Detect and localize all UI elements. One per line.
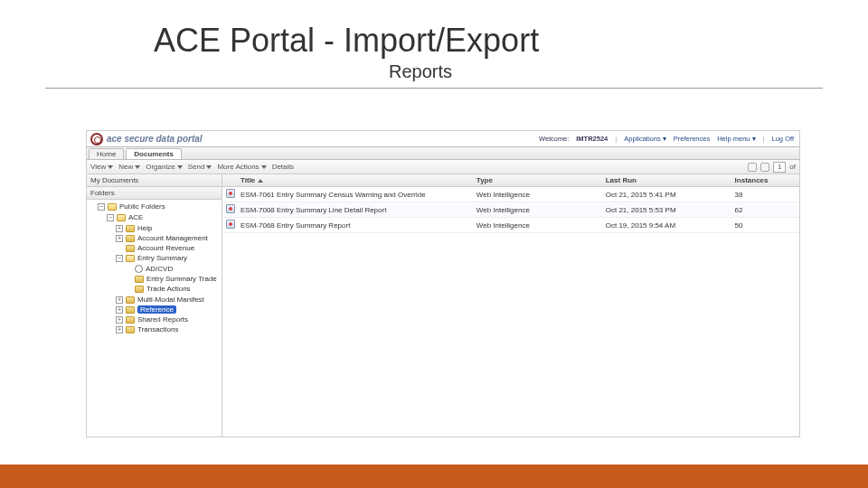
cell-last-run: Oct 19, 2015 9:54 AM [602,220,731,231]
tree-node-account-revenue[interactable]: Account Revenue [116,243,222,253]
cell-instances: 50 [731,220,799,231]
cell-instances: 38 [731,189,799,201]
list-row[interactable]: ESM-7068 Entry Summary Report Web Intell… [222,218,799,233]
tree-label: Public Folders [119,202,165,211]
webi-doc-icon [226,189,235,198]
details-button[interactable]: Details [272,163,294,171]
cell-title: ESM-7008 Entry Summary Line Detail Repor… [237,204,473,216]
collapse-icon[interactable]: − [107,214,114,221]
col-last-run[interactable]: Last Run [602,174,731,186]
folder-icon [135,276,144,283]
cell-type: Web Intelligence [473,189,602,201]
tree-node-public-folders[interactable]: −Public Folders [98,202,222,211]
toolbar: View New Organize Send More Actions Deta… [87,160,799,174]
tree-node-ace[interactable]: −ACE [107,212,222,222]
slide-subtitle: Reports [45,60,823,89]
tree-node-shared-reports[interactable]: +Shared Reports [116,314,222,324]
app-window: ace secure data portal Welcome: IMTR2524… [86,130,800,437]
content-pane: Title Type Last Run Instances ESM-7061 E… [222,174,799,436]
tab-documents[interactable]: Documents [126,148,182,159]
cell-title: ESM-7068 Entry Summary Report [237,220,473,231]
cell-title: ESM-7061 Entry Summary Census Warning an… [237,189,473,201]
expand-icon[interactable]: + [116,225,123,232]
col-instances[interactable]: Instances [731,174,799,186]
tree-label: Account Management [137,234,208,242]
view-menu[interactable]: View [90,163,113,171]
sidebar-section-my-documents[interactable]: My Documents [87,174,222,187]
separator: | [615,135,617,143]
cell-type: Web Intelligence [473,204,602,216]
tree-label: Account Revenue [137,244,194,252]
tree-node-es-trade[interactable]: Entry Summary Trade [125,274,222,284]
sort-asc-icon [258,179,263,183]
refresh-icon[interactable] [748,163,757,172]
tree-node-reference[interactable]: +Reference [116,305,222,314]
expand-icon[interactable]: + [116,316,123,324]
collapse-icon[interactable]: − [116,255,123,262]
tree-node-help[interactable]: +Help [116,223,222,233]
folder-icon [126,245,135,252]
tab-home[interactable]: Home [89,148,124,159]
cell-type: Web Intelligence [473,220,602,231]
folder-open-icon [117,214,126,221]
list-row[interactable]: ESM-7008 Entry Summary Line Detail Repor… [222,202,799,218]
column-headers: Title Type Last Run Instances [222,174,799,187]
tree-node-adcvd[interactable]: AD/CVD [125,264,222,274]
preferences-link[interactable]: Preferences [674,135,710,143]
cell-last-run: Oct 21, 2015 5:53 PM [602,204,731,216]
tree-label: Help [137,224,152,232]
col-title[interactable]: Title [237,174,473,186]
spacer [125,286,132,293]
caret-down-icon [261,165,267,169]
folder-icon [126,296,135,304]
caret-down-icon [177,165,183,169]
brand-logo-icon [90,133,103,145]
prev-page-icon[interactable] [760,163,769,172]
folder-icon [126,306,135,314]
spacer [125,266,132,273]
of-label: of [789,163,796,171]
tree-node-entry-summary[interactable]: −Entry Summary [116,253,222,263]
caret-down-icon [108,165,113,169]
sidebar-section-folders[interactable]: Folders [87,187,222,200]
brand-text: ace secure data portal [107,134,203,144]
slide-footer-bar [0,465,868,488]
tree-node-multi-modal[interactable]: +Multi-Modal Manifest [116,295,222,305]
tab-bar: Home Documents [87,147,799,160]
slide-title: ACE Portal - Import/Export [0,0,868,60]
applications-menu[interactable]: Applications ▾ [624,135,666,143]
col-type[interactable]: Type [473,174,602,186]
folder-open-icon [108,203,117,211]
tree-label-selected: Reference [137,305,176,314]
webi-doc-icon [226,204,235,213]
collapse-icon[interactable]: − [98,203,105,211]
page-number-input[interactable]: 1 [773,162,786,173]
welcome-user: IMTR2524 [576,135,608,143]
tree-label: Transactions [137,325,179,333]
new-menu[interactable]: New [118,163,140,171]
folder-icon [126,235,135,242]
tree-label: AD/CVD [146,265,173,273]
expand-icon[interactable]: + [116,296,123,304]
expand-icon[interactable]: + [116,326,123,333]
caret-down-icon [135,165,140,169]
cell-last-run: Oct 21, 2015 5:41 PM [602,189,731,201]
organize-menu[interactable]: Organize [146,163,182,171]
send-menu[interactable]: Send [188,163,212,171]
tree-node-account-management[interactable]: +Account Management [116,233,222,243]
spacer [125,276,132,283]
list-row[interactable]: ESM-7061 Entry Summary Census Warning an… [222,187,799,202]
folder-icon [126,225,135,232]
logoff-link[interactable]: Log Off [772,135,794,143]
expand-icon[interactable]: + [116,306,123,314]
tree-node-trade-actions[interactable]: Trade Actions [125,284,222,294]
webi-doc-icon [226,220,235,229]
expand-icon[interactable]: + [116,235,123,242]
sidebar: My Documents Folders −Public Folders −AC… [87,174,222,436]
help-menu[interactable]: Help menu ▾ [717,135,755,143]
separator: | [763,135,765,143]
tree-node-transactions[interactable]: +Transactions [116,324,222,334]
folder-icon [135,286,144,293]
tree-label: ACE [128,213,143,221]
more-actions-menu[interactable]: More Actions [217,163,266,171]
